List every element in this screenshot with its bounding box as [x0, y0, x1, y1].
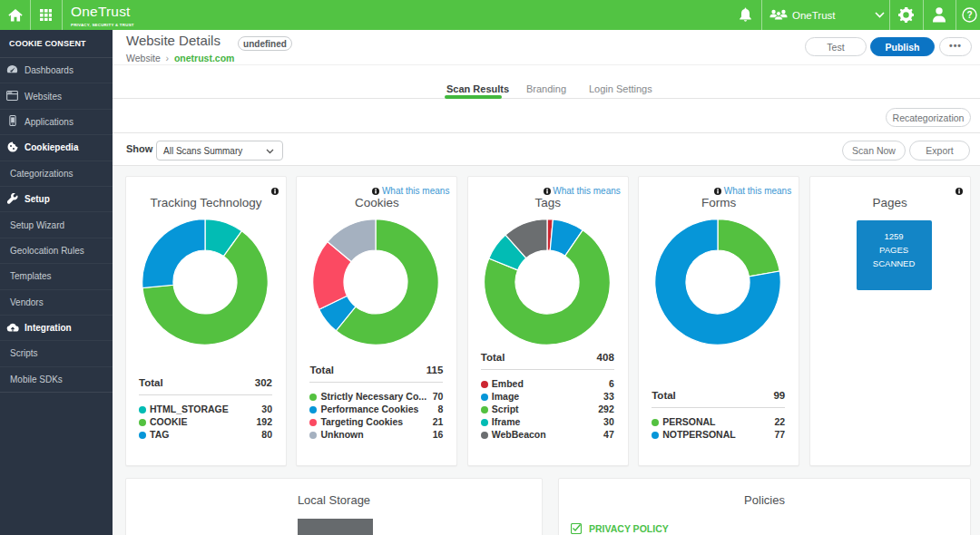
svg-text:?: ?: [966, 10, 972, 20]
